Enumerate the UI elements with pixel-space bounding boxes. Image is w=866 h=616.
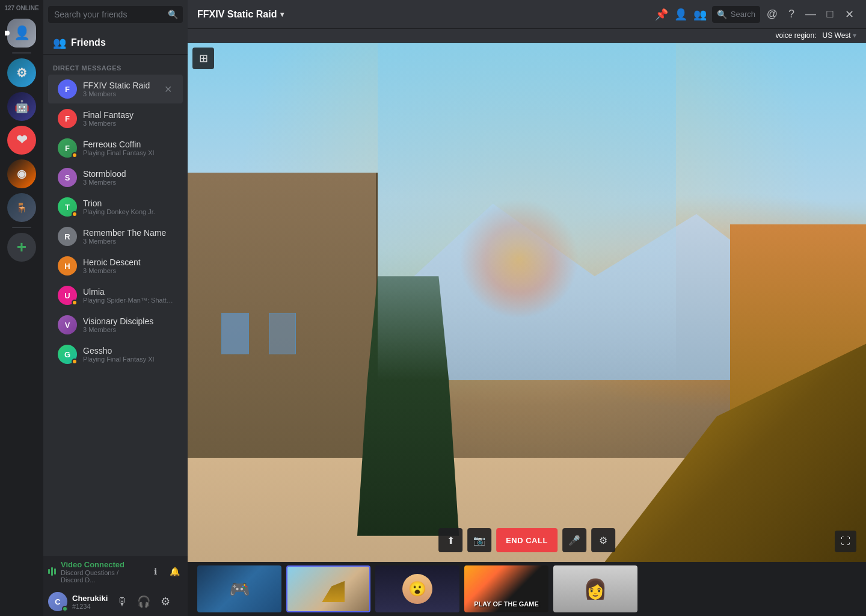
user-controls: 🎙 🎧 ⚙ xyxy=(112,592,175,611)
channel-name: FFXIV Static Raid ▾ xyxy=(197,9,284,20)
dm-info-ulmia: Ulmia Playing Spider-Man™: Shattered Dim… xyxy=(83,287,173,304)
main-video-bg xyxy=(188,43,866,562)
dm-item-heroic[interactable]: H Heroic Descent 3 Members ✕ xyxy=(48,251,183,280)
dm-name-gessho: Gessho xyxy=(83,346,173,356)
user-avatar-wrapper: C xyxy=(48,592,67,611)
voice-status-title: Video Connected xyxy=(61,560,142,569)
dm-item-remember[interactable]: R Remember The Name 3 Members ✕ xyxy=(48,222,183,251)
end-call-button[interactable]: END CALL xyxy=(496,528,557,552)
voice-region-dropdown-icon[interactable]: ▾ xyxy=(853,31,856,40)
dm-item-ffxiv[interactable]: F FFXIV Static Raid 3 Members ✕ xyxy=(48,75,183,103)
user-avatar: C xyxy=(48,592,67,611)
dm-sub-ferreous: Playing Final Fantasy XI xyxy=(83,149,173,156)
guild1-wrapper: ⚙ xyxy=(7,58,36,87)
user-area: C Cherukiki #1234 🎙 🎧 ⚙ xyxy=(43,587,188,616)
dm-sub-storm: 3 Members xyxy=(83,179,173,186)
dm-info-ferreous: Ferreous Coffin Playing Final Fantasy XI xyxy=(83,140,173,156)
dm-item-ferreous[interactable]: F Ferreous Coffin Playing Final Fantasy … xyxy=(48,134,183,162)
video-layout-button[interactable]: ⊞ xyxy=(192,48,214,69)
voice-indicator xyxy=(48,567,56,576)
mute-button[interactable]: 🎙 xyxy=(112,592,132,611)
thumb-3-person: 😮 xyxy=(375,565,459,612)
server-sidebar: 127 ONLINE 👤 ⚙ 🤖 ❤ ◉ 🪑 + xyxy=(0,0,43,616)
voice-status-area: Video Connected Discord Questions / Disc… xyxy=(48,560,183,584)
dm-name-heroic: Heroic Descent xyxy=(83,257,173,267)
manage-members-icon[interactable]: 👥 xyxy=(693,7,707,22)
top-bar-actions: 📌 👤 👥 🔍 Search @ ? — □ ✕ xyxy=(654,6,856,23)
info-button[interactable]: ℹ xyxy=(147,563,164,580)
dm-avatar-remember: R xyxy=(58,227,77,246)
dm-section-label: DIRECT MESSAGES xyxy=(43,55,188,74)
status-dot-ferreous xyxy=(72,152,78,158)
thumb-1-icon: 🎮 xyxy=(229,579,250,599)
dm-item-ulmia[interactable]: U Ulmia Playing Spider-Man™: Shattered D… xyxy=(48,281,183,310)
dm-avatar-ferreous: F xyxy=(58,138,77,158)
voice-connected-row: Video Connected Discord Questions / Disc… xyxy=(48,560,142,584)
thumb-4[interactable]: PLAY OF THE GAME xyxy=(464,565,548,612)
dm-info-visionary: Visionary Disciples 3 Members xyxy=(83,316,173,333)
settings-button[interactable]: ⚙ xyxy=(591,528,615,552)
search-bar-placeholder: Search xyxy=(731,10,755,19)
guild1-icon[interactable]: ⚙ xyxy=(7,58,36,87)
dm-avatar-heroic: H xyxy=(58,256,77,276)
dm-sub-trion: Playing Donkey Kong Jr. xyxy=(83,208,173,215)
add-server-icon[interactable]: + xyxy=(7,233,36,262)
add-friend-icon[interactable]: 👤 xyxy=(674,7,688,22)
dm-item-visionary[interactable]: V Visionary Disciples 3 Members ✕ xyxy=(48,310,183,339)
voice-status-sub: Discord Questions / Discord D... xyxy=(61,569,142,584)
fullscreen-button[interactable]: ⛶ xyxy=(835,531,856,552)
camera-button[interactable]: 📷 xyxy=(467,528,491,552)
thumb-3[interactable]: 😮 xyxy=(375,565,459,612)
search-bar[interactable]: 🔍 Search xyxy=(712,6,760,23)
dm-item-trion[interactable]: T Trion Playing Donkey Kong Jr. ✕ xyxy=(48,192,183,221)
thumb-2[interactable] xyxy=(286,565,370,612)
guild5-icon[interactable]: 🪑 xyxy=(7,193,36,222)
pin-icon[interactable]: 📌 xyxy=(654,7,669,22)
user-settings-button[interactable]: ⚙ xyxy=(156,592,175,611)
thumb-1[interactable]: 🎮 xyxy=(197,565,281,612)
dm-avatar-ulmia: U xyxy=(58,286,77,305)
dm-sub-gessho: Playing Final Fantasy XI xyxy=(83,356,173,363)
guild4-icon[interactable]: ◉ xyxy=(7,159,36,188)
dm-close-ffxiv[interactable]: ✕ xyxy=(163,82,173,96)
dm-name-ff: Final Fantasy xyxy=(83,110,173,120)
thumb-5[interactable]: 👩 xyxy=(553,565,637,612)
dm-item-ff[interactable]: F Final Fantasy 3 Members ✕ xyxy=(48,104,183,133)
home-server-wrapper: 👤 xyxy=(7,19,36,48)
main-video-container: ⊞ ⬆ 📷 END CALL 🎤 ⚙ ⛶ xyxy=(188,43,866,562)
user-tag: #1234 xyxy=(72,603,108,610)
dm-avatar-ff: F xyxy=(58,109,77,128)
voice-status: Video Connected Discord Questions / Disc… xyxy=(61,560,142,584)
dm-avatar-visionary: V xyxy=(58,315,77,334)
deafen-button[interactable]: 🎧 xyxy=(134,592,153,611)
guild3-icon[interactable]: ❤ xyxy=(7,126,36,155)
dm-info-ff: Final Fantasy 3 Members xyxy=(83,110,173,127)
dm-item-storm[interactable]: S Stormblood 3 Members ✕ xyxy=(48,163,183,192)
friends-search-input[interactable] xyxy=(48,6,183,23)
minimize-icon[interactable]: — xyxy=(803,7,818,22)
video-area: ⊞ ⬆ 📷 END CALL 🎤 ⚙ ⛶ 🎮 xyxy=(188,43,866,616)
activity-button[interactable]: 🔔 xyxy=(166,563,183,580)
voice-region-bar: voice region: US West ▾ xyxy=(188,29,866,43)
close-icon[interactable]: ✕ xyxy=(842,7,856,22)
top-bar: FFXIV Static Raid ▾ 📌 👤 👥 🔍 Search @ ? —… xyxy=(188,0,866,29)
mention-icon[interactable]: @ xyxy=(765,7,779,22)
thumb-1-bg: 🎮 xyxy=(197,565,281,612)
channel-dropdown-icon[interactable]: ▾ xyxy=(280,10,284,19)
add-server-wrapper: + xyxy=(7,233,36,262)
dm-info-heroic: Heroic Descent 3 Members xyxy=(83,257,173,274)
dm-info-storm: Stormblood 3 Members xyxy=(83,169,173,186)
dm-list: F FFXIV Static Raid 3 Members ✕ F Final … xyxy=(43,74,188,556)
dm-item-gessho[interactable]: G Gessho Playing Final Fantasy XI ✕ xyxy=(48,340,183,369)
mic-button[interactable]: 🎤 xyxy=(562,528,586,552)
voice-region-value[interactable]: US West xyxy=(823,31,851,40)
dm-info-gessho: Gessho Playing Final Fantasy XI xyxy=(83,346,173,363)
guild2-icon[interactable]: 🤖 xyxy=(7,92,36,121)
friends-header: 👥 Friends xyxy=(43,29,188,55)
help-icon[interactable]: ? xyxy=(784,7,799,22)
server-divider-2 xyxy=(12,227,31,228)
share-screen-button[interactable]: ⬆ xyxy=(438,528,462,552)
home-server-icon[interactable]: 👤 xyxy=(7,19,36,48)
maximize-icon[interactable]: □ xyxy=(823,7,837,22)
window-1 xyxy=(221,313,248,354)
